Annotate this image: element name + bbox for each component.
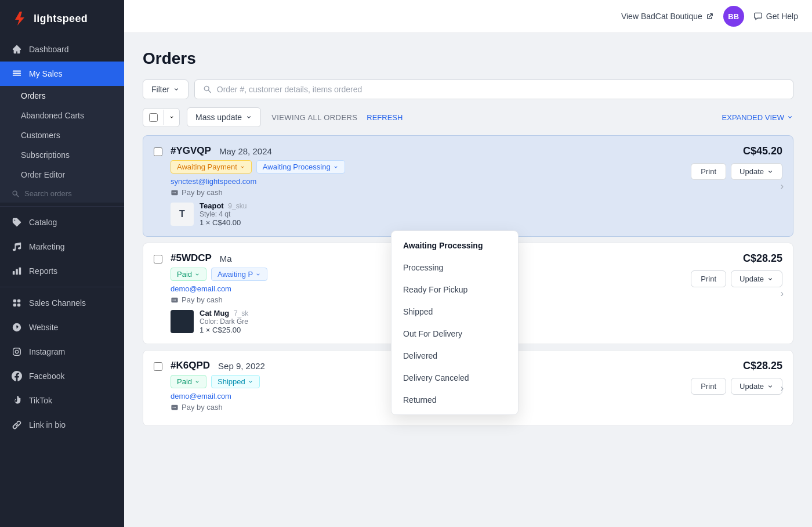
sidebar-item-catalog[interactable]: Catalog	[0, 210, 124, 234]
order-item-ygvqp: T Teapot 9_sku Style: 4 qt 1 × C$40.00	[171, 201, 658, 227]
order-id-5wdcp: #5WDCP	[171, 252, 212, 264]
dropdown-item-delivery-canceled[interactable]: Delivery Canceled	[392, 367, 518, 389]
order-checkbox-k6qpd[interactable]	[154, 362, 162, 371]
sidebar-item-my-sales[interactable]: My Sales	[0, 62, 124, 86]
order-checkbox-5wdcp[interactable]	[154, 255, 162, 264]
svg-point-1	[15, 350, 18, 353]
fulfillment-status-k6qpd[interactable]: Shipped	[211, 375, 260, 388]
dropdown-item-shipped[interactable]: Shipped	[392, 301, 518, 323]
grid-icon	[12, 298, 22, 308]
sidebar-search[interactable]: Search orders	[0, 185, 124, 203]
megaphone-icon	[12, 241, 22, 252]
sidebar-item-dashboard[interactable]: Dashboard	[0, 37, 124, 62]
website-label: Website	[29, 323, 58, 332]
chart-icon	[12, 266, 22, 276]
store-link[interactable]: View BadCat Boutique	[621, 12, 714, 21]
order-amount-k6qpd: C$28.25	[743, 360, 782, 372]
fulfillment-status-5wdcp[interactable]: Awaiting P	[211, 268, 267, 281]
update-button-ygvqp[interactable]: Update	[731, 163, 782, 180]
order-id-ygvqp: #YGVQP	[171, 145, 211, 157]
filter-button[interactable]: Filter	[143, 80, 188, 99]
order-expand-chevron-ygvqp[interactable]: ›	[781, 181, 784, 192]
print-button-ygvqp[interactable]: Print	[691, 163, 726, 180]
order-id-k6qpd: #K6QPD	[171, 360, 210, 371]
order-search-wrap[interactable]	[194, 80, 793, 99]
topbar: View BadCat Boutique BB Get Help	[124, 0, 812, 33]
payment-chevron-k6qpd	[194, 379, 200, 385]
update-button-k6qpd[interactable]: Update	[731, 378, 782, 395]
payment-status-chevron	[194, 272, 200, 277]
payment-status-ygvqp[interactable]: Awaiting Payment	[171, 160, 252, 174]
order-checkbox-ygvqp[interactable]	[154, 147, 162, 156]
sidebar-item-link-in-bio[interactable]: Link in bio	[0, 413, 124, 437]
order-card-main-ygvqp: #YGVQP May 28, 2024 Awaiting Payment Awa…	[171, 145, 658, 227]
sidebar-item-order-editor[interactable]: Order Editor	[0, 165, 124, 185]
chevron-down-icon	[169, 114, 175, 120]
payment-status-k6qpd[interactable]: Paid	[171, 375, 206, 388]
sidebar-item-tiktok[interactable]: TikTok	[0, 388, 124, 413]
order-search-input[interactable]	[217, 85, 785, 94]
order-payment-ygvqp: Pay by cash	[171, 188, 658, 197]
refresh-link[interactable]: REFRESH	[367, 113, 403, 122]
tiktok-icon	[12, 395, 22, 406]
payment-status-5wdcp[interactable]: Paid	[171, 268, 206, 281]
cash-icon	[171, 189, 179, 197]
page-content: Orders Filter	[124, 33, 812, 527]
sidebar-item-website[interactable]: Website	[0, 315, 124, 340]
dropdown-item-returned[interactable]: Returned	[392, 389, 518, 411]
viewing-label: VIEWING ALL ORDERS	[271, 113, 357, 122]
tag-icon	[12, 217, 22, 228]
globe-icon	[12, 322, 22, 333]
dropdown-item-processing[interactable]: Processing	[392, 257, 518, 279]
app-name: lightspeed	[34, 13, 88, 25]
sales-channels-label: Sales Channels	[29, 298, 86, 308]
sidebar-item-customers[interactable]: Customers	[0, 125, 124, 145]
update-button-5wdcp[interactable]: Update	[731, 270, 782, 287]
select-all-chevron[interactable]	[164, 110, 179, 125]
mass-update-button[interactable]: Mass update	[187, 107, 261, 127]
item-price-ygvqp: 1 × C$40.00	[200, 218, 246, 227]
sidebar-item-instagram[interactable]: Instagram	[0, 340, 124, 364]
dropdown-item-out-for-delivery[interactable]: Out For Delivery	[392, 323, 518, 345]
lightspeed-icon	[12, 10, 28, 27]
all-orders-checkbox[interactable]	[149, 113, 158, 122]
dropdown-item-awaiting-processing[interactable]: Awaiting Processing	[392, 234, 518, 257]
user-avatar[interactable]: BB	[723, 6, 744, 27]
item-details-ygvqp: Teapot 9_sku Style: 4 qt 1 × C$40.00	[200, 201, 246, 227]
link-in-bio-label: Link in bio	[29, 420, 66, 429]
sidebar-logo[interactable]: lightspeed	[0, 0, 124, 37]
fulfillment-chevron-5wdcp	[255, 272, 261, 277]
print-button-k6qpd[interactable]: Print	[691, 378, 726, 395]
sales-icon	[12, 68, 22, 79]
print-button-5wdcp[interactable]: Print	[691, 270, 726, 287]
sidebar-item-marketing[interactable]: Marketing	[0, 234, 124, 259]
order-email-ygvqp[interactable]: synctest@lightspeed.com	[171, 177, 658, 186]
dropdown-item-delivered[interactable]: Delivered	[392, 345, 518, 367]
sidebar-item-subscriptions[interactable]: Subscriptions	[0, 145, 124, 165]
sidebar-item-sales-channels[interactable]: Sales Channels	[0, 291, 124, 315]
sidebar-item-orders[interactable]: Orders	[0, 86, 124, 106]
expanded-view-button[interactable]: EXPANDED VIEW	[722, 113, 793, 122]
sidebar-item-facebook[interactable]: Facebook	[0, 364, 124, 388]
search-icon	[203, 85, 212, 94]
search-icon	[12, 190, 20, 198]
sidebar-item-abandoned-carts[interactable]: Abandoned Carts	[0, 106, 124, 125]
order-expand-chevron-5wdcp[interactable]: ›	[781, 288, 784, 299]
get-help-button[interactable]: Get Help	[753, 12, 798, 21]
fulfillment-chevron-icon	[333, 164, 339, 170]
order-actions-ygvqp: Print Update	[691, 163, 782, 180]
order-actions-5wdcp: Print Update	[691, 270, 782, 287]
update-chevron-icon	[767, 168, 774, 175]
select-all-checkbox[interactable]	[143, 109, 164, 127]
item-thumb-5wdcp	[171, 310, 194, 333]
my-sales-subnav: Orders Abandoned Carts Customers Subscri…	[0, 86, 124, 203]
sidebar-item-reports[interactable]: Reports	[0, 259, 124, 283]
order-card-right-5wdcp: C$28.25 Print Update	[666, 252, 782, 287]
fulfillment-status-ygvqp[interactable]: Awaiting Processing	[256, 160, 345, 174]
order-expand-chevron-k6qpd[interactable]: ›	[781, 383, 784, 394]
dropdown-item-ready-for-pickup[interactable]: Ready For Pickup	[392, 279, 518, 301]
main-content: View BadCat Boutique BB Get Help Orders …	[124, 0, 812, 527]
item-meta-ygvqp: Style: 4 qt	[200, 210, 246, 218]
sidebar: lightspeed Dashboard My Sales Orders Aba…	[0, 0, 124, 527]
select-all-dropdown	[143, 108, 180, 127]
